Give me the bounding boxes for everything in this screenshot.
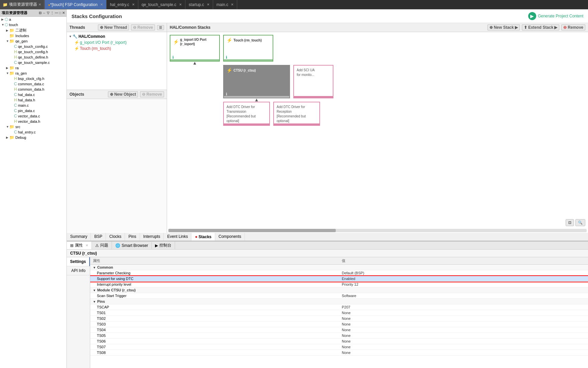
props-tab-problems[interactable]: ⚠ 问题 xyxy=(92,242,112,249)
add-sci-card[interactable]: Add SCI UAfor monito... xyxy=(293,65,333,98)
project-tab-close[interactable]: ✕ xyxy=(38,3,41,6)
sidebar-item[interactable]: Hhal_data.h xyxy=(0,97,66,103)
sidebar-item[interactable]: Hqe_touch_config.h xyxy=(0,49,66,55)
table-row[interactable]: TS01None xyxy=(90,310,588,316)
table-row[interactable]: Support for using DTCEnabled xyxy=(90,276,588,282)
table-row[interactable]: TS05None xyxy=(90,333,588,339)
config-tab-interrupts[interactable]: Interrupts xyxy=(140,233,164,241)
prop-value[interactable]: None xyxy=(339,310,588,316)
filter-icon[interactable]: ▽ xyxy=(47,11,49,15)
prop-value[interactable]: None xyxy=(339,350,588,356)
table-row[interactable]: TS07None xyxy=(90,344,588,350)
table-row[interactable]: Interrupt priority levelPriority 12 xyxy=(90,282,588,287)
config-tab-pins[interactable]: Pins xyxy=(125,233,140,241)
add-dtc-tx-card[interactable]: Add DTC Driver forTransmission[Recommend… xyxy=(223,102,270,126)
h-scrollbar[interactable] xyxy=(168,229,587,232)
more-icon[interactable]: ⋮ xyxy=(50,11,54,15)
sidebar-item[interactable]: ▶📁ra xyxy=(0,65,66,71)
sidebar-item[interactable]: Cvector_data.c xyxy=(0,113,66,119)
editor-tab[interactable]: startup.c✕ xyxy=(185,0,213,9)
table-row[interactable]: TS02None xyxy=(90,316,588,321)
prop-value[interactable]: P207 xyxy=(339,304,588,310)
editor-tab[interactable]: hal_entry.c✕ xyxy=(107,0,138,9)
hal-common-row[interactable]: ▼ 🔧 HAL/Common xyxy=(68,33,165,39)
sidebar-item[interactable]: Cmain.c xyxy=(0,103,66,108)
table-row[interactable]: TSCAPP207 xyxy=(90,304,588,310)
sidebar-item[interactable]: ▼⬡touch xyxy=(0,22,66,27)
new-object-btn[interactable]: ⊕ New Object xyxy=(108,91,138,97)
tab-close[interactable]: ✕ xyxy=(179,3,182,6)
new-stack-btn[interactable]: ⊕ New Stack ▶ xyxy=(487,24,520,30)
sidebar-item[interactable]: 📁Includes xyxy=(0,33,66,38)
tab-close[interactable]: ✕ xyxy=(132,3,135,6)
project-explorer-tab[interactable]: 📁 项目资源管理器 ✕ xyxy=(0,0,44,9)
minimize-icon[interactable]: — xyxy=(55,11,58,15)
zoom-fit-btn[interactable]: ⊡ xyxy=(566,219,574,226)
sidebar-item[interactable]: Ccommon_data.c xyxy=(0,81,66,87)
sidebar-item[interactable]: Cqe_touch_sample.c xyxy=(0,60,66,65)
add-dtc-rx-card[interactable]: Add DTC Driver forReception[Recommended … xyxy=(273,102,320,126)
ioport-row[interactable]: ⚡ g_ioport I/O Port (r_ioport) xyxy=(68,39,165,45)
props-tab-close[interactable]: ✕ xyxy=(86,244,88,247)
config-tab-event links[interactable]: Event Links xyxy=(164,233,191,241)
tab-close[interactable]: ✕ xyxy=(100,3,103,6)
prop-value[interactable]: Priority 12 xyxy=(339,282,588,287)
sidebar-item[interactable]: Hbsp_clock_cfg.h xyxy=(0,76,66,81)
h-scroll-thumb[interactable] xyxy=(168,229,336,232)
prop-value[interactable]: None xyxy=(339,327,588,333)
sidebar-item[interactable]: Chal_entry.c xyxy=(0,129,66,135)
generate-btn[interactable]: ▶ Generate Project Content xyxy=(528,12,583,20)
editor-tab[interactable]: ●*[touch] FSP Configuration✕ xyxy=(45,0,107,9)
sidebar-item[interactable]: ▼📁src xyxy=(0,124,66,129)
extend-stack-btn[interactable]: ⬆ Extend Stack ▶ xyxy=(522,24,559,30)
tab-close[interactable]: ✕ xyxy=(231,3,234,6)
sidebar-item[interactable]: ▶⬡a xyxy=(0,17,66,22)
objects-remove-btn[interactable]: ⊖ Remove xyxy=(140,91,164,97)
prop-value[interactable]: None xyxy=(339,333,588,339)
prop-value[interactable]: None xyxy=(339,321,588,327)
settings-tab[interactable]: Settings xyxy=(67,257,90,266)
hal-remove-btn[interactable]: ⊖ Remove xyxy=(561,24,585,30)
sidebar-item[interactable]: ▶📁Debug xyxy=(0,135,66,140)
config-tab-stacks[interactable]: ●Stacks xyxy=(191,233,215,241)
sidebar-item[interactable]: Chal_data.c xyxy=(0,92,66,97)
collapse-all-icon[interactable]: ⊟ xyxy=(39,11,41,15)
config-tab-clocks[interactable]: Clocks xyxy=(106,233,125,241)
touch-card[interactable]: ⚡ Touch (rm_touch) ℹ xyxy=(223,35,273,62)
sidebar-item[interactable]: Hqe_touch_define.h xyxy=(0,55,66,60)
prop-value[interactable]: None xyxy=(339,316,588,321)
threads-options-btn[interactable]: ☰ xyxy=(157,25,164,30)
tab-close[interactable]: ✕ xyxy=(207,3,209,6)
props-tab-console[interactable]: ▶ 控制台 xyxy=(152,242,175,249)
sidebar-item[interactable]: Cpin_data.c xyxy=(0,108,66,113)
table-row[interactable]: Parameter CheckingDefault (BSP) xyxy=(90,270,588,276)
link-editor-icon[interactable]: ↔ xyxy=(42,11,46,15)
sidebar-item[interactable]: Hcommon_data.h xyxy=(0,87,66,92)
table-row[interactable]: Scan Start TriggerSoftware xyxy=(90,293,588,299)
editor-tab[interactable]: qe_touch_sample.c✕ xyxy=(138,0,185,9)
prop-value[interactable]: None xyxy=(339,344,588,350)
props-tab-smart-browser[interactable]: 🌐 Smart Browser xyxy=(112,242,152,249)
prop-value[interactable]: Enabled xyxy=(339,276,588,282)
prop-value[interactable]: Default (BSP) xyxy=(339,270,588,276)
sidebar-item[interactable]: Hvector_data.h xyxy=(0,119,66,124)
sidebar-item[interactable]: Cqe_touch_config.c xyxy=(0,44,66,49)
ctsu-card[interactable]: ⚡ CTSU (r_ctsu) ℹ ▲ xyxy=(223,65,290,98)
config-tab-summary[interactable]: Summary xyxy=(67,233,91,241)
editor-tab[interactable]: main.c✕ xyxy=(213,0,237,9)
sidebar-item[interactable]: ▼📁ra_gen xyxy=(0,71,66,76)
new-thread-btn[interactable]: ⊕ New Thread xyxy=(98,24,129,30)
api-info-tab[interactable]: API Info xyxy=(67,266,90,275)
ioport-card[interactable]: ⚡ g_ioport I/O Port(r_ioport) ℹ ▲ xyxy=(170,35,220,62)
touch-row[interactable]: ⚡ Touch (rm_touch) xyxy=(68,45,165,52)
table-row[interactable]: TS04None xyxy=(90,327,588,333)
maximize-icon[interactable]: □ xyxy=(59,11,61,15)
sidebar-item[interactable]: ▶📁二进制 xyxy=(0,27,66,33)
threads-remove-btn[interactable]: ⊖ Remove xyxy=(131,24,155,30)
prop-value[interactable]: Software xyxy=(339,293,588,299)
config-tab-bsp[interactable]: BSP xyxy=(91,233,106,241)
config-tab-components[interactable]: Components xyxy=(215,233,245,241)
table-row[interactable]: TS08None xyxy=(90,350,588,356)
close-sidebar-icon[interactable]: ✕ xyxy=(62,11,65,15)
table-row[interactable]: TS03None xyxy=(90,321,588,327)
